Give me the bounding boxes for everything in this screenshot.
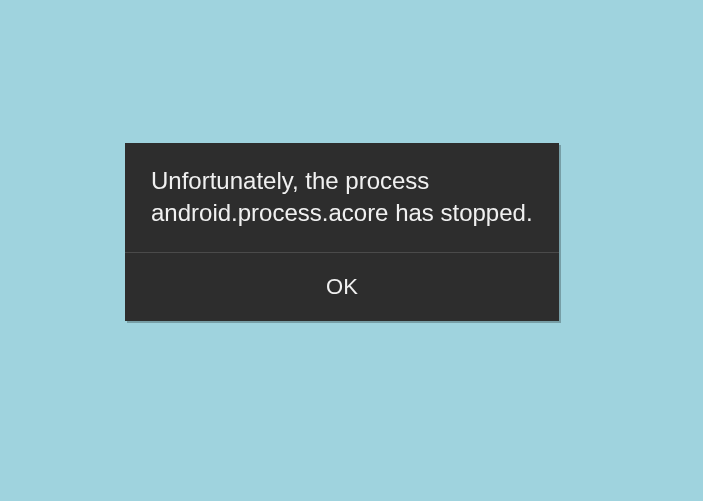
- dialog-actions: OK: [125, 253, 559, 321]
- ok-button[interactable]: OK: [125, 253, 559, 321]
- error-dialog: Unfortunately, the process android.proce…: [125, 143, 559, 321]
- dialog-message: Unfortunately, the process android.proce…: [125, 143, 559, 253]
